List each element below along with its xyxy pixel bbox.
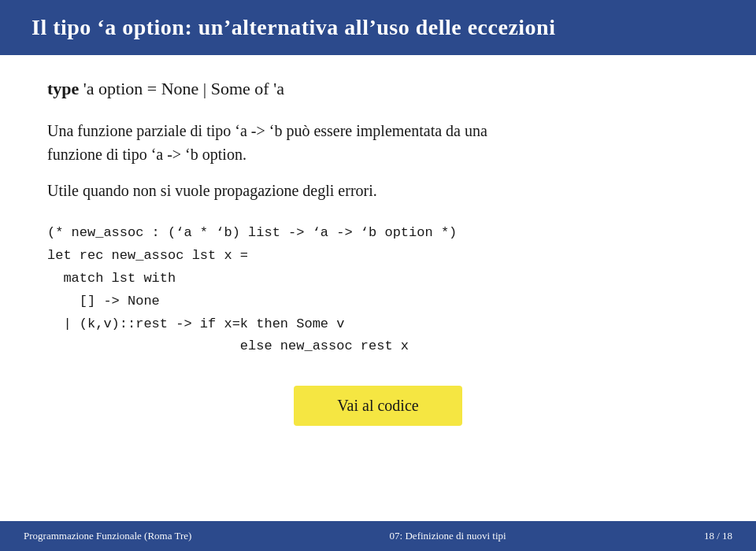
type-definition-text: 'a option = None | Some of 'a [83, 79, 284, 98]
footer-right-text: 18 / 18 [704, 530, 732, 542]
description-line2: funzione di tipo ‘a -> ‘b option. [47, 146, 246, 163]
vai-al-codice-button[interactable]: Vai al codice [294, 386, 461, 426]
main-content: type 'a option = None | Some of 'a Una f… [0, 55, 756, 457]
description-paragraph: Una funzione parziale di tipo ‘a -> ‘b p… [47, 119, 709, 166]
header-bar: Il tipo ‘a option: un’alternativa all’us… [0, 0, 756, 55]
utile-note: Utile quando non si vuole propagazione d… [47, 182, 709, 200]
description-line1: Una funzione parziale di tipo ‘a -> ‘b p… [47, 122, 487, 139]
slide-title: Il tipo ‘a option: un’alternativa all’us… [32, 15, 555, 40]
code-content: (* new_assoc : (‘a * ‘b) list -> ‘a -> ‘… [47, 225, 457, 353]
type-keyword: type [47, 79, 79, 98]
footer-left-text: Programmazione Funzionale (Roma Tre) [24, 530, 191, 542]
button-area: Vai al codice [47, 386, 709, 426]
code-block: (* new_assoc : (‘a * ‘b) list -> ‘a -> ‘… [47, 222, 709, 358]
type-definition: type 'a option = None | Some of 'a [47, 79, 709, 99]
footer-center-text: 07: Definizione di nuovi tipi [390, 530, 506, 542]
footer-bar: Programmazione Funzionale (Roma Tre) 07:… [0, 521, 756, 551]
